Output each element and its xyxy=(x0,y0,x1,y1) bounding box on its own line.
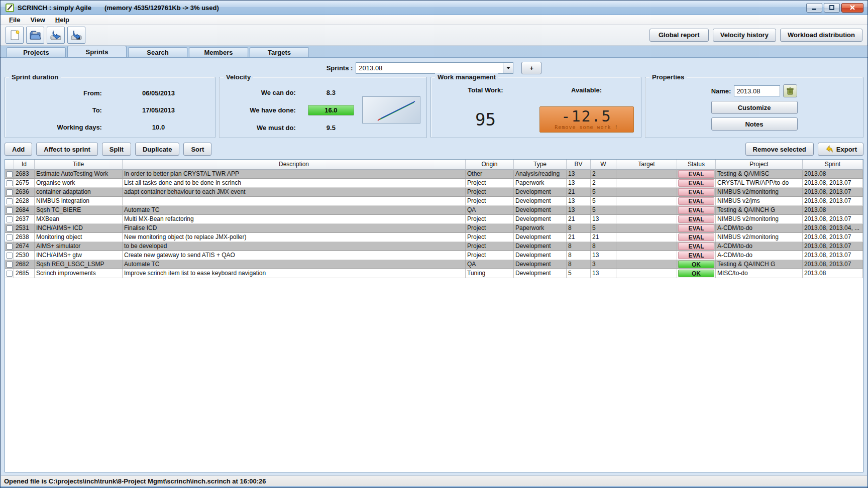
row-checkbox[interactable] xyxy=(7,180,13,186)
row-checkbox[interactable] xyxy=(7,216,13,222)
minimize-button[interactable] xyxy=(806,3,822,13)
cell-bv: 21 xyxy=(567,233,591,242)
table-row[interactable]: 2628NIMBUS integrationProjectDevelopment… xyxy=(5,197,863,206)
row-checkbox[interactable] xyxy=(7,198,13,204)
table-row[interactable]: 2675Organise workList all tasks done and… xyxy=(5,179,863,188)
row-checkbox[interactable] xyxy=(7,253,13,259)
cell-title: Organise work xyxy=(35,179,123,188)
status-badge[interactable]: EVAL xyxy=(678,179,714,187)
notes-button[interactable]: Notes xyxy=(711,117,798,131)
cell-type: Development xyxy=(514,206,567,215)
status-badge[interactable]: EVAL xyxy=(678,224,714,232)
cell-description xyxy=(123,197,466,206)
remove-selected-button[interactable]: Remove selected xyxy=(745,143,814,156)
column-header-sprint[interactable]: Sprint xyxy=(803,160,863,170)
table-row[interactable]: 2683Estimate AutoTesting WorkIn order to… xyxy=(5,170,863,179)
global-report-button[interactable]: Global report xyxy=(649,29,709,42)
table-row[interactable]: 2530INCH/AIMS+ gtwCreate new gateway to … xyxy=(5,251,863,260)
column-header-w[interactable]: W xyxy=(591,160,616,170)
row-checkbox[interactable] xyxy=(7,234,13,240)
row-checkbox[interactable] xyxy=(7,189,13,195)
tab-sprints[interactable]: Sprints xyxy=(67,46,127,57)
sort-button[interactable]: Sort xyxy=(183,143,211,156)
cell-bv: 21 xyxy=(567,215,591,224)
cell-target xyxy=(616,179,677,188)
table-row[interactable]: 2636container adaptationadapt container … xyxy=(5,188,863,197)
tab-search[interactable]: Search xyxy=(128,47,187,57)
add-sprint-button[interactable]: + xyxy=(521,62,541,74)
status-badge[interactable]: EVAL xyxy=(678,188,714,196)
tab-members[interactable]: Members xyxy=(189,47,248,57)
customize-button[interactable]: Customize xyxy=(711,101,798,114)
menu-view[interactable]: View xyxy=(26,16,49,24)
sprint-name-input[interactable] xyxy=(734,85,780,96)
save-as-button[interactable] xyxy=(67,27,85,44)
cell-type: Development xyxy=(514,215,567,224)
tab-targets[interactable]: Targets xyxy=(250,47,309,57)
menu-bar: File View Help xyxy=(1,15,867,25)
cell-status: OK xyxy=(677,269,716,278)
new-file-button[interactable] xyxy=(6,27,24,44)
maximize-button[interactable] xyxy=(824,3,840,13)
row-checkbox[interactable] xyxy=(7,243,13,250)
combobox-dropdown-button[interactable] xyxy=(503,63,513,73)
table-row[interactable]: 2637MXBeanMulti MX-Bean refactoringProje… xyxy=(5,215,863,224)
sprint-duration-panel: Sprint duration From:06/05/2013 To:17/05… xyxy=(5,77,215,138)
column-header-type[interactable]: Type xyxy=(514,160,567,170)
open-file-button[interactable] xyxy=(26,27,44,44)
from-label: From: xyxy=(9,89,106,97)
cell-status: EVAL xyxy=(677,251,716,260)
status-badge[interactable]: EVAL xyxy=(678,252,714,259)
cell-bv: 13 xyxy=(567,197,591,206)
row-checkbox[interactable] xyxy=(7,271,13,277)
tab-label: Targets xyxy=(268,49,291,56)
column-header-bv[interactable]: BV xyxy=(567,160,591,170)
row-checkbox[interactable] xyxy=(7,207,13,213)
duplicate-button[interactable]: Duplicate xyxy=(135,143,180,156)
table-row[interactable]: 2684Sqsh TC_BIEREAutomate TCQADevelopmen… xyxy=(5,206,863,215)
delete-sprint-button[interactable] xyxy=(783,84,797,97)
cell-bv: 8 xyxy=(567,242,591,251)
column-header-description[interactable]: Description xyxy=(123,160,466,170)
workload-distribution-button[interactable]: Workload distribution xyxy=(780,29,862,42)
cell-sprint: 2013.08 xyxy=(803,206,863,215)
sprint-combobox[interactable]: 2013.08 xyxy=(356,62,513,74)
status-badge[interactable]: OK xyxy=(678,270,714,277)
column-header-origin[interactable]: Origin xyxy=(466,160,514,170)
row-checkbox[interactable] xyxy=(7,225,13,231)
tab-projects[interactable]: Projects xyxy=(7,47,66,57)
column-header-title[interactable]: Title xyxy=(35,160,123,170)
status-badge[interactable]: EVAL xyxy=(678,197,714,205)
menu-help[interactable]: Help xyxy=(51,16,74,24)
velocity-history-button[interactable]: Velocity history xyxy=(713,29,776,42)
save-button[interactable] xyxy=(47,27,65,44)
velocity-mini-chart[interactable] xyxy=(362,96,420,124)
status-badge[interactable]: EVAL xyxy=(678,233,714,241)
table-row[interactable]: 2682Sqsh REG_LSGC_LSMPAutomate TCQADevel… xyxy=(5,260,863,269)
column-header-project[interactable]: Project xyxy=(716,160,803,170)
status-badge[interactable]: EVAL xyxy=(678,215,714,223)
total-work-value: 95 xyxy=(475,109,496,130)
status-badge[interactable]: OK xyxy=(678,261,714,268)
table-row[interactable]: 2638Monitoring objectNew monitoring obje… xyxy=(5,233,863,242)
status-badge[interactable]: EVAL xyxy=(678,170,714,178)
column-header-id[interactable]: Id xyxy=(14,160,35,170)
column-header-status[interactable]: Status xyxy=(677,160,716,170)
row-checkbox[interactable] xyxy=(7,262,13,268)
table-row[interactable]: 2674AIMS+ simulatorto be developedProjec… xyxy=(5,242,863,251)
split-button[interactable]: Split xyxy=(102,143,131,156)
title-bar[interactable]: SCRINCH : simply Agile (memory 4535/1297… xyxy=(1,1,867,15)
table-row[interactable]: 2531INCH/AIMS+ ICDFinalise ICDProjectPap… xyxy=(5,224,863,233)
table-row[interactable]: 2685Scrinch improvementsImprove scrinch … xyxy=(5,269,863,278)
add-button[interactable]: Add xyxy=(5,143,32,156)
memory-usage: (memory 4535/129761Kb -> 3% used) xyxy=(104,4,219,12)
status-badge[interactable]: EVAL xyxy=(678,206,714,214)
column-header-target[interactable]: Target xyxy=(616,160,677,170)
close-button[interactable] xyxy=(841,3,863,13)
item-actions-row: AddAffect to sprintSplitDuplicateSort Re… xyxy=(5,140,863,158)
export-button[interactable]: Export xyxy=(818,143,863,156)
row-checkbox[interactable] xyxy=(7,171,13,177)
menu-file[interactable]: File xyxy=(5,16,25,24)
status-badge[interactable]: EVAL xyxy=(678,242,714,250)
affect-to-sprint-button[interactable]: Affect to sprint xyxy=(36,143,97,156)
